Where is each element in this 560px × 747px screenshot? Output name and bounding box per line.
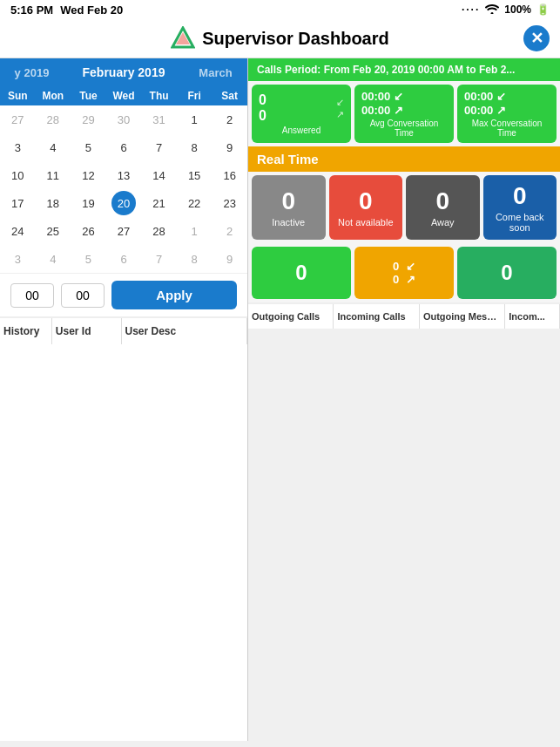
max-t2: 00:00: [464, 104, 493, 117]
inactive-label: Inactive: [272, 217, 305, 227]
calendar-date-cell[interactable]: 31: [151, 108, 166, 132]
calendar-cell[interactable]: 13: [106, 161, 142, 189]
calendar-date-cell[interactable]: 28: [151, 220, 166, 243]
calendar-cell[interactable]: 27: [0, 105, 36, 133]
calendar-date-cell[interactable]: 8: [190, 136, 199, 160]
calendar-date-cell[interactable]: 8: [190, 248, 199, 271]
calendar-cell[interactable]: 22: [177, 189, 213, 217]
calendar-cell[interactable]: 31: [141, 105, 177, 133]
next-month-nav[interactable]: March: [184, 59, 247, 86]
calendar-cell[interactable]: 7: [141, 245, 177, 273]
calendar-cell[interactable]: 24: [0, 217, 36, 245]
calendar-cell[interactable]: 3: [0, 245, 36, 273]
calendar-date-cell[interactable]: 19: [80, 192, 96, 215]
calendar-cell[interactable]: 18: [36, 189, 71, 217]
calendar-date-cell[interactable]: 2: [225, 108, 234, 132]
calendar-cell[interactable]: 8: [177, 133, 213, 161]
calendar-cell[interactable]: 2: [212, 217, 247, 245]
calendar-date-cell[interactable]: 24: [10, 220, 25, 243]
calendar-cell[interactable]: 27: [106, 217, 142, 245]
calendar-date-cell[interactable]: 22: [186, 192, 202, 215]
calendar-cell[interactable]: 19: [71, 189, 106, 217]
calendar-date-cell[interactable]: 5: [84, 136, 93, 160]
calendar-date-cell[interactable]: 4: [48, 248, 57, 271]
calendar-cell[interactable]: 6: [106, 133, 142, 161]
left-table-header: History User Id User Desc: [0, 316, 247, 344]
calendar-date-cell[interactable]: 6: [118, 248, 128, 271]
calendar-cell[interactable]: 28: [141, 217, 177, 245]
calendar-cell[interactable]: 5: [71, 133, 106, 161]
calendar-cell[interactable]: 11: [36, 161, 71, 189]
calendar-date-cell[interactable]: 18: [45, 192, 61, 215]
calendar-date-cell[interactable]: 10: [10, 164, 25, 187]
calendar-cell[interactable]: 17: [0, 189, 36, 217]
calendar-date-cell[interactable]: 14: [151, 164, 166, 187]
calendar-date-cell[interactable]: 30: [116, 108, 132, 132]
calendar-cell[interactable]: 1: [177, 217, 213, 245]
rth-outgoing-calls: Outgoing Calls: [248, 304, 334, 329]
answered-bottom: 0: [259, 108, 267, 124]
calendar-date-cell[interactable]: 27: [10, 108, 25, 132]
bottom-val-2-top: 0: [393, 260, 399, 273]
calendar-cell[interactable]: 1: [177, 105, 213, 133]
hour-input[interactable]: [10, 283, 54, 308]
calendar-date-cell[interactable]: 16: [221, 164, 237, 187]
calendar-cell[interactable]: 4: [36, 245, 71, 273]
calendar-date-cell[interactable]: 2: [225, 220, 234, 243]
calendar-cell[interactable]: 8: [177, 245, 213, 273]
calendar-date-cell[interactable]: 26: [80, 220, 96, 243]
max-conv-card: 00:00 ↙ 00:00 ↗ Max Conversation Time: [457, 85, 557, 143]
calendar-date-cell[interactable]: 9: [225, 248, 234, 271]
calendar-cell[interactable]: 7: [141, 133, 177, 161]
battery-status: 100%: [504, 3, 531, 16]
calendar-date-cell[interactable]: 9: [225, 136, 234, 160]
calendar-date-cell[interactable]: 3: [13, 136, 23, 160]
calendar-date-cell[interactable]: 13: [116, 164, 132, 187]
calendar-date-cell[interactable]: 21: [151, 192, 166, 215]
calendar-cell[interactable]: 20: [106, 189, 142, 217]
calendar-date-cell[interactable]: 17: [10, 192, 25, 215]
calendar-date-cell[interactable]: 7: [154, 248, 164, 271]
calendar-cell[interactable]: 29: [71, 105, 106, 133]
calendar-cell[interactable]: 2: [212, 105, 247, 133]
calendar-cell[interactable]: 5: [71, 245, 106, 273]
calendar-cell[interactable]: 26: [71, 217, 106, 245]
calendar-date-cell[interactable]: 5: [84, 248, 93, 271]
calendar-cell[interactable]: 6: [106, 245, 142, 273]
calendar-date-cell[interactable]: 15: [186, 164, 202, 187]
calendar-cell[interactable]: 10: [0, 161, 36, 189]
calendar-cell[interactable]: 16: [212, 161, 247, 189]
apply-button[interactable]: Apply: [111, 281, 237, 309]
calendar-date-cell[interactable]: 11: [45, 164, 61, 187]
avg-conv-label: Avg Conversation Time: [361, 119, 447, 138]
calendar-cell[interactable]: 4: [36, 133, 71, 161]
calendar-cell[interactable]: 9: [212, 245, 247, 273]
calendar-date-cell[interactable]: 29: [80, 108, 96, 132]
calendar-date-cell[interactable]: 25: [45, 220, 61, 243]
calendar-cell[interactable]: 14: [141, 161, 177, 189]
calendar-cell[interactable]: 12: [71, 161, 106, 189]
calendar-cell[interactable]: 9: [212, 133, 247, 161]
calendar-date-cell[interactable]: 1: [190, 220, 199, 243]
close-button[interactable]: ✕: [523, 25, 550, 51]
calendar-date-cell[interactable]: 3: [13, 248, 23, 271]
calendar-date-cell[interactable]: 23: [221, 192, 237, 215]
calendar-date-cell[interactable]: 1: [190, 108, 199, 132]
calendar-date-cell[interactable]: 27: [116, 220, 132, 243]
calendar-cell[interactable]: 3: [0, 133, 36, 161]
calendar-cell[interactable]: 28: [36, 105, 71, 133]
calendar-cell[interactable]: 25: [36, 217, 71, 245]
prev-month-nav[interactable]: y 2019: [0, 59, 64, 86]
calendar-cell[interactable]: 21: [141, 189, 177, 217]
current-month-label: February 2019: [64, 58, 184, 86]
calendar-date-cell[interactable]: 4: [48, 136, 57, 160]
calendar-date-cell[interactable]: 7: [154, 136, 164, 160]
calendar-cell[interactable]: 15: [177, 161, 213, 189]
calendar-today-cell[interactable]: 20: [111, 191, 136, 215]
calendar-cell[interactable]: 23: [212, 189, 247, 217]
calendar-date-cell[interactable]: 12: [80, 164, 96, 187]
minute-input[interactable]: [61, 283, 105, 308]
calendar-date-cell[interactable]: 6: [118, 136, 128, 160]
calendar-date-cell[interactable]: 28: [45, 108, 61, 132]
calendar-cell[interactable]: 30: [106, 105, 142, 133]
